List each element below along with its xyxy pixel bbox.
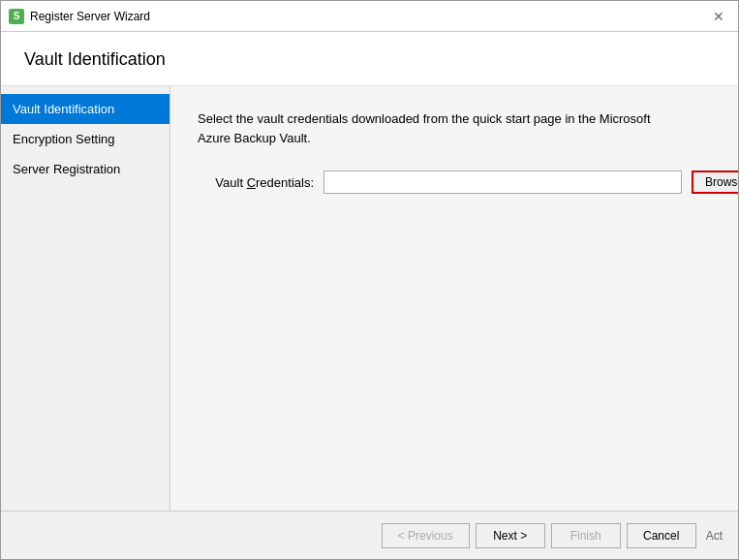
sidebar-item-encryption-setting-label: Encryption Setting bbox=[13, 132, 115, 146]
main-content: Select the vault credentials downloaded … bbox=[170, 86, 738, 511]
sidebar-item-vault-identification[interactable]: Vault Identification bbox=[1, 94, 169, 124]
sidebar-item-server-registration-label: Server Registration bbox=[13, 162, 120, 176]
next-button[interactable]: Next > bbox=[476, 523, 545, 548]
browse-button[interactable]: Browse bbox=[692, 171, 738, 194]
window-title: Register Server Wizard bbox=[30, 10, 707, 23]
description-text: Select the vault credentials downloaded … bbox=[198, 109, 682, 147]
sidebar: Vault Identification Encryption Setting … bbox=[1, 86, 170, 511]
finish-button[interactable]: Finish bbox=[551, 523, 621, 548]
content-area: Vault Identification Encryption Setting … bbox=[1, 86, 738, 511]
register-server-wizard-window: S Register Server Wizard ✕ Vault Identif… bbox=[0, 0, 739, 560]
footer: < Previous Next > Finish Cancel Act bbox=[1, 511, 738, 559]
sidebar-item-vault-identification-label: Vault Identification bbox=[13, 102, 114, 116]
page-title-bar: Vault Identification bbox=[1, 32, 738, 86]
close-button[interactable]: ✕ bbox=[707, 7, 730, 26]
vault-credentials-label: Vault Credentials: bbox=[198, 175, 314, 190]
cancel-button[interactable]: Cancel bbox=[627, 523, 696, 548]
title-bar: S Register Server Wizard ✕ bbox=[1, 1, 738, 32]
sidebar-item-server-registration[interactable]: Server Registration bbox=[1, 154, 169, 184]
page-title: Vault Identification bbox=[24, 49, 166, 69]
app-icon: S bbox=[9, 9, 24, 24]
previous-button[interactable]: < Previous bbox=[382, 523, 470, 548]
sidebar-item-encryption-setting[interactable]: Encryption Setting bbox=[1, 124, 169, 154]
vault-credentials-row: Vault Credentials: Browse bbox=[198, 171, 738, 194]
act-label: Act bbox=[706, 529, 723, 543]
vault-credentials-input[interactable] bbox=[323, 171, 682, 194]
